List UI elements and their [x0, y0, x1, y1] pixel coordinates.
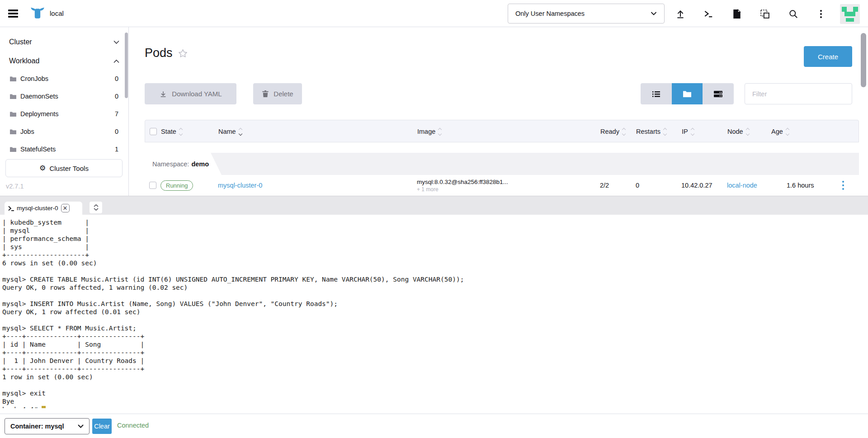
item-count: 0 — [115, 93, 118, 100]
delete-button[interactable]: Delete — [253, 83, 302, 104]
item-count: 1 — [115, 146, 118, 153]
select-all-checkbox[interactable] — [150, 128, 157, 135]
column-header-image[interactable]: Image — [417, 120, 441, 143]
view-list-button[interactable] — [641, 83, 672, 104]
sort-icon — [439, 128, 441, 135]
kebab-menu-icon[interactable] — [815, 8, 827, 20]
search-icon[interactable] — [788, 8, 799, 20]
kubectl-shell-icon[interactable] — [703, 8, 714, 20]
user-avatar[interactable] — [840, 4, 860, 24]
column-header-name[interactable]: Name — [218, 120, 242, 143]
sort-icon — [623, 128, 625, 135]
download-icon — [159, 90, 167, 98]
shell-prompt-icon — [8, 206, 14, 211]
item-count: 0 — [115, 75, 118, 82]
pod-restarts: 0 — [636, 175, 639, 196]
status-badge: Running — [160, 180, 193, 191]
config-view-icon — [714, 90, 722, 98]
sidebar-section-label: Workload — [9, 57, 39, 65]
terminal-output[interactable]: | kubedb_system | | mysql | | performanc… — [0, 215, 868, 408]
row-kebab-menu-icon[interactable] — [837, 179, 849, 191]
folder-icon — [10, 76, 16, 81]
sidebar-item-statefulsets[interactable]: StatefulSets 1 — [0, 143, 128, 155]
view-toggle-group — [641, 83, 734, 104]
gear-icon: ⚙ — [39, 165, 46, 172]
import-yaml-icon[interactable] — [759, 8, 771, 20]
kubeconfig-file-icon[interactable] — [731, 8, 743, 20]
sidebar-item-jobs[interactable]: Jobs 0 — [0, 125, 128, 138]
pod-ip: 10.42.0.27 — [681, 175, 712, 196]
sidebar-section-workload[interactable]: Workload — [0, 54, 128, 68]
rancher-app: local Only User Namespaces — [0, 0, 868, 438]
main-scrollbar[interactable] — [861, 33, 866, 87]
filter-input[interactable] — [745, 83, 852, 104]
namespace-name: demo — [191, 160, 209, 168]
pod-image-more: + 1 more — [417, 186, 439, 193]
view-grouped-button[interactable] — [672, 83, 703, 104]
shell-tab[interactable]: mysql-cluster-0 ✕ — [5, 202, 82, 215]
chevron-down-icon — [651, 11, 657, 16]
cluster-logo-icon[interactable] — [30, 5, 45, 22]
page-title: Pods — [145, 46, 173, 60]
column-header-restarts[interactable]: Restarts — [636, 120, 666, 143]
download-yaml-button[interactable]: Download YAML — [145, 83, 236, 104]
panel-resize-handle[interactable] — [90, 202, 102, 213]
sidebar-item-cronjobs[interactable]: CronJobs 0 — [0, 72, 128, 85]
clear-button[interactable]: Clear — [92, 419, 112, 434]
cluster-name: local — [50, 9, 64, 17]
pods-table: State Name Image Ready Restarts — [145, 120, 859, 196]
chevron-up-icon — [94, 204, 99, 207]
row-checkbox[interactable] — [149, 182, 156, 189]
sidebar-section-label: Cluster — [9, 38, 32, 46]
favorite-star-icon[interactable] — [178, 49, 188, 58]
pod-image: mysql:8.0.32@sha256:ff3828b1... — [417, 179, 508, 185]
cluster-tools-button[interactable]: ⚙ Cluster Tools — [5, 159, 123, 177]
sidebar-item-daemonsets[interactable]: DaemonSets 0 — [0, 90, 128, 103]
view-config-button[interactable] — [703, 83, 734, 104]
pod-ready: 2/2 — [600, 175, 609, 196]
upload-icon[interactable] — [675, 8, 686, 20]
namespace-filter-value: Only User Namespaces — [515, 10, 585, 17]
sidebar-section-cluster[interactable]: Cluster — [0, 35, 128, 49]
sidebar-item-deployments[interactable]: Deployments 7 — [0, 108, 128, 120]
pod-age: 1.6 hours — [787, 175, 814, 196]
folder-view-icon — [683, 90, 691, 97]
item-count: 0 — [115, 128, 118, 135]
column-header-ip[interactable]: IP — [682, 120, 694, 143]
chevron-down-icon — [113, 40, 119, 44]
table-header: State Name Image Ready Restarts — [145, 120, 859, 142]
main-content: Pods Create Download YAML Delete — [129, 27, 868, 196]
namespace-group-band: Namespace: demo — [145, 153, 859, 175]
column-header-node[interactable]: Node — [727, 120, 749, 143]
sort-icon — [664, 128, 666, 135]
namespace-filter-select[interactable]: Only User Namespaces — [508, 4, 665, 24]
folder-icon — [10, 129, 16, 134]
close-tab-icon[interactable]: ✕ — [61, 204, 70, 212]
chevron-down-icon — [94, 208, 99, 211]
node-link[interactable]: local-node — [727, 182, 757, 189]
sort-icon — [786, 128, 789, 135]
folder-icon — [10, 94, 16, 99]
namespace-group-tab[interactable]: Namespace: demo — [145, 153, 222, 175]
chevron-up-icon — [113, 59, 119, 63]
column-header-ready[interactable]: Ready — [600, 120, 625, 143]
hamburger-menu-icon[interactable] — [8, 9, 18, 18]
terminal-prompt-line: bash-4.4# — [2, 405, 868, 408]
folder-icon — [10, 146, 16, 152]
column-header-state[interactable]: State — [161, 120, 182, 143]
pod-name-link[interactable]: mysql-cluster-0 — [218, 182, 262, 189]
sidebar: Cluster Workload CronJobs 0 DaemonSets 0… — [0, 27, 129, 196]
column-header-age[interactable]: Age — [771, 120, 789, 143]
container-select[interactable]: Container: mysql — [5, 418, 90, 434]
create-button[interactable]: Create — [804, 46, 852, 67]
shell-footer: Container: mysql Clear Connected — [0, 414, 868, 438]
version-label: v2.7.1 — [6, 183, 24, 190]
table-row: Running mysql-cluster-0 mysql:8.0.32@sha… — [145, 175, 859, 196]
folder-icon — [10, 111, 16, 117]
sidebar-scrollbar[interactable] — [125, 33, 128, 98]
list-view-icon — [652, 91, 660, 97]
shell-panel: mysql-cluster-0 ✕ | kubedb_system | | my… — [0, 196, 868, 438]
sort-icon — [746, 128, 749, 135]
shell-tab-bar: mysql-cluster-0 ✕ — [0, 196, 868, 215]
sort-icon-active — [239, 128, 242, 135]
